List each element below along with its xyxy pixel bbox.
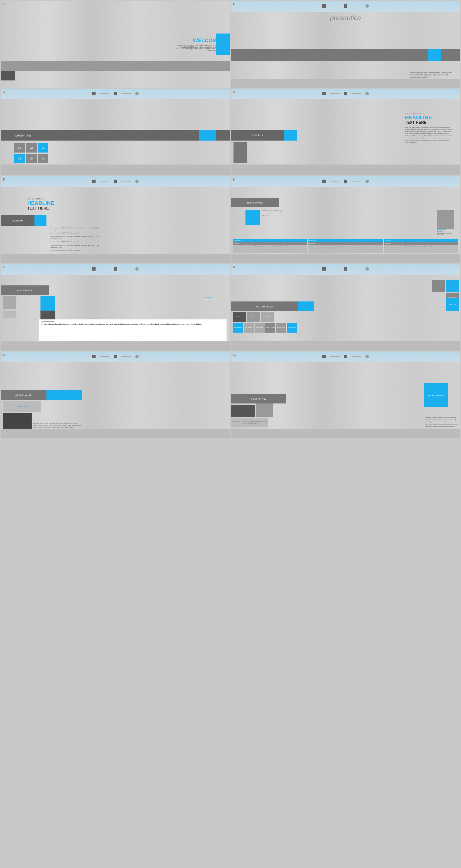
bullet-item-2: › Some text about ABOUT US related goes …	[49, 232, 104, 235]
headline-label: HEADLINE	[27, 200, 54, 206]
person-card: john harris post title	[203, 296, 224, 300]
slide-number: 2	[233, 2, 235, 6]
nav-circle-icon	[365, 355, 369, 358]
nav-menu-icon	[92, 92, 96, 95]
bullet-arrow-5: ›	[49, 245, 50, 247]
dark-img	[3, 413, 32, 429]
nav-line	[100, 181, 110, 182]
slide-number: 1	[3, 2, 5, 6]
slide-9: 9 what do we do service name about this …	[1, 351, 230, 438]
about-blue	[284, 130, 297, 141]
team-member-3: john harris post title expertness/skills…	[384, 239, 458, 253]
services-label: our services	[256, 305, 273, 308]
slide-3: 3 presentica 01 02 03 04 05 06	[1, 89, 230, 175]
gray-sq-left2	[3, 311, 16, 318]
bottom-bar	[231, 254, 460, 263]
services-blue	[298, 302, 314, 311]
blue-block	[199, 130, 216, 141]
person-title: post title	[437, 230, 454, 232]
presentica-label: presentica	[15, 133, 31, 137]
slide-number: 4	[233, 90, 235, 94]
nav-bar	[322, 180, 369, 183]
nav-circle-icon	[135, 355, 139, 358]
blue-block	[428, 49, 441, 61]
text-center-block: some text about meet the team. some text…	[262, 210, 286, 216]
gray-bar	[231, 49, 460, 61]
nav-bar	[92, 267, 139, 271]
bullet-text-3: Some text about ABOUT US related goes he…	[51, 236, 104, 240]
person-name: john harris	[437, 229, 454, 230]
person-info: expertness/skills: some text about skill…	[437, 232, 454, 236]
nav-f-icon	[114, 92, 117, 95]
welcome-content: WELCOME Some text about WELCOME related …	[1, 1, 230, 88]
about-service: about this service: some text about skil…	[425, 416, 459, 427]
tm1-name: john harris	[233, 239, 307, 242]
service-six: service six	[254, 323, 265, 333]
nav-menu-icon	[322, 4, 326, 8]
right-dark-sq	[437, 210, 454, 229]
bullet-blue	[34, 215, 47, 226]
slide2-text: some text about presentica welcome relat…	[410, 71, 453, 78]
nav-line	[330, 356, 340, 357]
service-four: service four	[233, 323, 243, 333]
bullet-text-2: Some text about ABOUT US related goes he…	[51, 232, 81, 234]
services-bar: our services	[231, 302, 298, 311]
tm1-info: expertness/skills: some text about skill…	[233, 245, 307, 247]
nav-line2	[351, 269, 361, 269]
bottom-bar	[231, 341, 460, 350]
tm2-title: post title	[308, 242, 383, 245]
bullet-arrow-3: ›	[49, 236, 50, 238]
text-here-label: TEXT HERE	[405, 120, 453, 125]
nav-line2	[351, 6, 361, 6]
slide-8: 8 service thirteen service twelve servic…	[231, 264, 460, 350]
num-04: 04	[14, 154, 25, 163]
nav-menu-icon	[322, 180, 326, 183]
bullet-text-6: Some text about ABOUT US related goes he…	[51, 250, 81, 252]
num-02: 02	[26, 143, 37, 153]
service-name-box: service name here	[424, 383, 448, 407]
nav-f-icon	[114, 355, 117, 358]
what-bar: what do we do	[1, 390, 47, 400]
slide-number: 8	[233, 265, 235, 269]
nav-line	[100, 356, 110, 357]
service-five: service five	[244, 323, 254, 333]
nav-line	[330, 181, 340, 182]
nav-line	[330, 269, 340, 269]
nav-menu-icon	[322, 267, 326, 271]
bottom-row: john harris post title expertness/skills…	[233, 239, 458, 253]
nav-line	[330, 93, 340, 94]
slide-6: 6 meet the team some text about meet the…	[231, 176, 460, 263]
welcome-text: Some text about WELCOME related goes her…	[173, 44, 221, 51]
bullet-arrow-2: ›	[49, 232, 50, 235]
nav-bar	[322, 92, 369, 95]
slide-5: 5 AN EXAMPLE HEADLINE TEXT HERE bullet t…	[1, 176, 230, 263]
bullet-text-4: Some text about ABOUT US related goes he…	[51, 241, 81, 243]
nav-bar	[92, 92, 139, 95]
headline-area: AN EXAMPLE HEADLINE TEXT HERE	[27, 198, 54, 211]
nav-circle-icon	[135, 267, 139, 271]
service-thirteen: service thirteen	[432, 280, 445, 292]
gray-sq	[256, 403, 273, 416]
nav-bar	[322, 355, 369, 358]
nav-f-icon	[344, 92, 347, 95]
nav-menu-icon	[92, 267, 96, 271]
input-label-box: ENTER YOUR ABOUT SKILLS RETRIEVED SOMEWH…	[231, 418, 268, 427]
bullet-list: › Some text about ABOUT US related goes …	[49, 227, 104, 253]
about-bar: about us	[231, 130, 284, 141]
bottom-bar	[1, 254, 230, 263]
person-title: post title	[203, 298, 224, 300]
num-01: 01	[14, 143, 25, 153]
slide-number: 9	[3, 353, 5, 356]
nav-f-icon	[114, 180, 117, 183]
what-blue	[47, 390, 82, 400]
person-name: john harris	[203, 296, 224, 298]
nav-circle-icon	[365, 92, 369, 95]
nav-bar	[322, 267, 369, 271]
bottom-bar	[231, 164, 460, 175]
nav-circle-icon	[365, 267, 369, 271]
slide-number: 6	[233, 178, 235, 181]
team-bar: meet the team	[1, 285, 49, 295]
nav-f-icon	[344, 355, 347, 358]
bullet-item-6: › Some text about ABOUT US related goes …	[49, 250, 104, 252]
slide-7: 7 meet the team john harris post title e…	[1, 264, 230, 350]
